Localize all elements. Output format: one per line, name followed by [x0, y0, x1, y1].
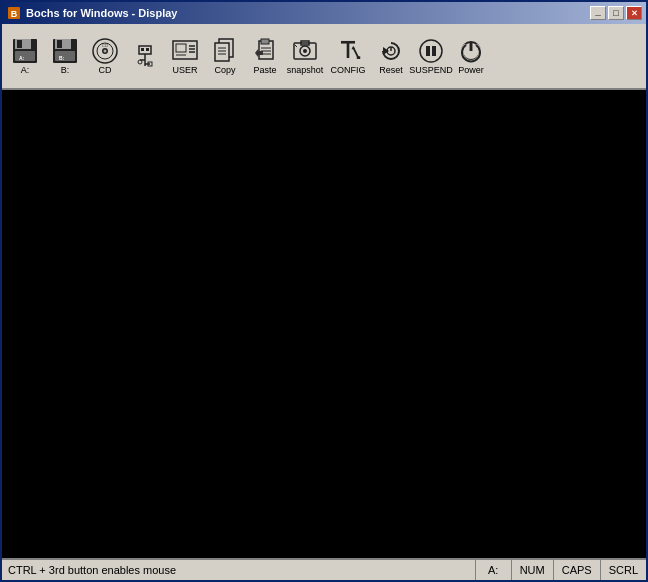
- svg-rect-57: [432, 46, 436, 56]
- status-main-text: CTRL + 3rd button enables mouse: [2, 560, 476, 580]
- reset-label: Reset: [379, 66, 403, 76]
- copy-button[interactable]: Copy: [206, 28, 244, 84]
- cdrom-icon: CD: [91, 37, 119, 65]
- floppy-b-button[interactable]: B: B:: [46, 28, 84, 84]
- status-scrl: SCRL: [601, 560, 646, 580]
- svg-point-45: [303, 49, 307, 53]
- svg-rect-9: [57, 40, 62, 48]
- svg-rect-56: [426, 46, 430, 56]
- snapshot-label: snapshot: [287, 66, 324, 76]
- svg-rect-37: [261, 39, 269, 44]
- floppy-a-button[interactable]: A: A:: [6, 28, 44, 84]
- status-bar: CTRL + 3rd button enables mouse A: NUM C…: [2, 558, 646, 580]
- svg-rect-32: [215, 43, 229, 61]
- suspend-button[interactable]: SUSPEND: [412, 28, 450, 84]
- svg-rect-17: [139, 46, 151, 54]
- usb-button[interactable]: [126, 28, 164, 84]
- floppy-a-label: A:: [21, 66, 30, 76]
- config-label: CONFIG: [331, 66, 366, 76]
- window-controls: [590, 6, 642, 20]
- maximize-button[interactable]: [608, 6, 624, 20]
- paste-icon: [251, 37, 279, 65]
- suspend-icon: [417, 37, 445, 65]
- cdrom-button[interactable]: CD CD: [86, 28, 124, 84]
- window-title: Bochs for Windows - Display: [26, 7, 590, 19]
- floppy-b-icon: B:: [51, 37, 79, 65]
- svg-rect-5: [15, 51, 35, 61]
- svg-rect-10: [55, 51, 75, 61]
- status-num: NUM: [512, 560, 554, 580]
- suspend-label: SUSPEND: [409, 66, 453, 76]
- power-button[interactable]: Power: [452, 28, 490, 84]
- display-area[interactable]: [2, 90, 646, 558]
- config-button[interactable]: CONFIG: [326, 28, 370, 84]
- copy-icon: [211, 37, 239, 65]
- svg-rect-4: [17, 40, 22, 48]
- close-button[interactable]: [626, 6, 642, 20]
- reset-icon: [377, 37, 405, 65]
- svg-line-46: [295, 45, 297, 47]
- paste-button[interactable]: Paste: [246, 28, 284, 84]
- svg-rect-19: [146, 48, 149, 51]
- user-button[interactable]: USER: [166, 28, 204, 84]
- toolbar: A: A: B: B: CD CD: [2, 24, 646, 90]
- svg-text:B: B: [11, 9, 18, 19]
- power-label: Power: [458, 66, 484, 76]
- minimize-button[interactable]: [590, 6, 606, 20]
- status-a: A:: [476, 560, 512, 580]
- svg-rect-51: [357, 56, 361, 59]
- cdrom-label: CD: [99, 66, 112, 76]
- user-icon: [171, 37, 199, 65]
- snapshot-button[interactable]: snapshot: [286, 28, 324, 84]
- window-icon: B: [6, 5, 22, 21]
- reset-button[interactable]: Reset: [372, 28, 410, 84]
- usb-icon: [131, 42, 159, 70]
- power-icon: [457, 37, 485, 65]
- copy-label: Copy: [214, 66, 235, 76]
- svg-point-55: [420, 40, 442, 62]
- floppy-b-label: B:: [61, 66, 70, 76]
- main-window: B Bochs for Windows - Display A: A:: [0, 0, 648, 582]
- svg-text:A:: A:: [19, 55, 25, 61]
- title-bar: B Bochs for Windows - Display: [2, 2, 646, 24]
- floppy-a-icon: A:: [11, 37, 39, 65]
- snapshot-icon: [291, 37, 319, 65]
- status-caps: CAPS: [554, 560, 601, 580]
- svg-point-15: [104, 49, 107, 52]
- user-label: USER: [172, 66, 197, 76]
- svg-rect-18: [141, 48, 144, 51]
- paste-label: Paste: [253, 66, 276, 76]
- config-icon: [334, 37, 362, 65]
- svg-marker-50: [352, 45, 356, 49]
- svg-text:CD: CD: [102, 43, 108, 48]
- svg-rect-26: [176, 44, 186, 52]
- svg-text:B:: B:: [59, 55, 65, 61]
